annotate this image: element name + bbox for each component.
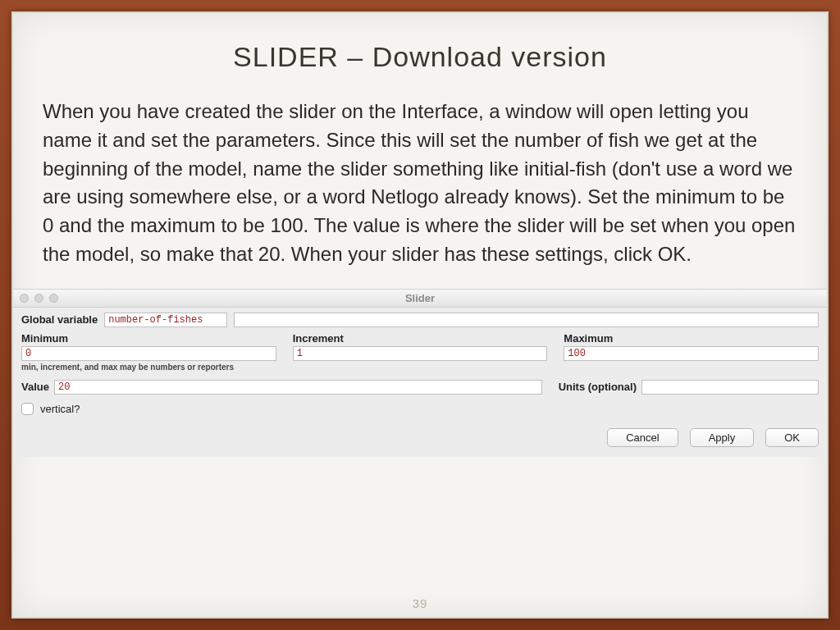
slide-title: SLIDER – Download version bbox=[38, 41, 802, 73]
maximum-label: Maximum bbox=[564, 332, 819, 345]
vertical-checkbox[interactable] bbox=[21, 403, 34, 415]
slide-page-number: 39 bbox=[13, 596, 827, 610]
increment-label: Increment bbox=[293, 332, 548, 345]
minimum-input[interactable]: 0 bbox=[21, 346, 276, 361]
dialog-body: Global variable number-of-fishes Minimum… bbox=[13, 308, 827, 457]
increment-input[interactable]: 1 bbox=[293, 346, 548, 361]
maximum-group: Maximum 100 bbox=[564, 332, 819, 361]
minimum-label: Minimum bbox=[21, 332, 276, 345]
global-variable-extra-input[interactable] bbox=[234, 313, 819, 327]
increment-group: Increment 1 bbox=[293, 332, 548, 361]
vertical-row: vertical? bbox=[21, 403, 819, 415]
minimum-group: Minimum 0 bbox=[21, 332, 276, 361]
global-variable-input[interactable]: number-of-fishes bbox=[104, 313, 227, 327]
units-label: Units (optional) bbox=[559, 381, 637, 393]
dialog-button-row: Cancel Apply OK bbox=[21, 428, 819, 447]
dialog-title: Slider bbox=[13, 292, 827, 304]
global-variable-label: Global variable bbox=[21, 313, 98, 326]
close-icon[interactable] bbox=[20, 294, 29, 303]
window-controls bbox=[20, 294, 58, 303]
slide-frame: SLIDER – Download version When you have … bbox=[11, 11, 829, 619]
maximum-input[interactable]: 100 bbox=[564, 346, 819, 361]
global-variable-row: Global variable number-of-fishes bbox=[21, 313, 819, 327]
apply-button[interactable]: Apply bbox=[690, 428, 755, 447]
slider-dialog: Slider Global variable number-of-fishes … bbox=[13, 289, 827, 457]
value-input[interactable]: 20 bbox=[54, 380, 542, 395]
min-inc-max-hint: min, increment, and max may be numbers o… bbox=[21, 363, 819, 372]
minimize-icon[interactable] bbox=[34, 294, 43, 303]
zoom-icon[interactable] bbox=[49, 294, 58, 303]
min-inc-max-row: Minimum 0 Increment 1 Maximum 100 bbox=[21, 332, 819, 361]
slide-body-text: When you have created the slider on the … bbox=[43, 98, 797, 269]
cancel-button[interactable]: Cancel bbox=[607, 428, 678, 447]
dialog-titlebar: Slider bbox=[13, 290, 827, 308]
vertical-label: vertical? bbox=[40, 403, 80, 415]
units-group: Units (optional) bbox=[559, 380, 819, 395]
value-units-row: Value 20 Units (optional) bbox=[21, 380, 819, 395]
units-input[interactable] bbox=[641, 380, 819, 395]
value-group: Value 20 bbox=[21, 380, 542, 395]
value-label: Value bbox=[21, 381, 49, 393]
ok-button[interactable]: OK bbox=[765, 428, 819, 447]
